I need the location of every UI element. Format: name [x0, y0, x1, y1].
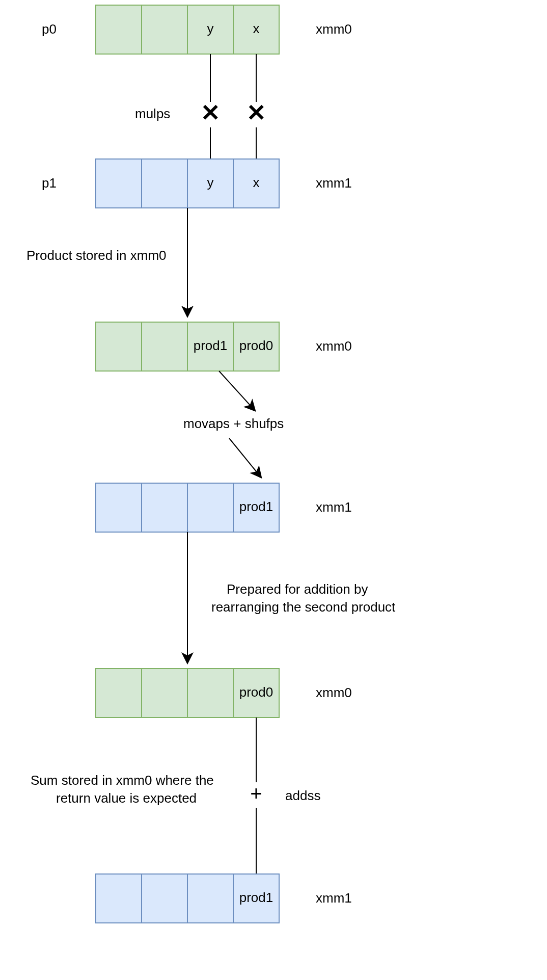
register-xmm1-prod1: prod1	[96, 483, 279, 532]
svg-rect-1	[142, 5, 187, 54]
right-label-xmm0: xmm0	[316, 685, 352, 700]
cell-label: prod1	[239, 499, 274, 514]
op-label-movaps-shufps: movaps + shufps	[183, 416, 284, 431]
svg-rect-17	[142, 669, 187, 718]
register-xmm1-final: prod1	[96, 874, 279, 923]
register-p0-xmm0: y x	[96, 5, 279, 54]
svg-rect-9	[142, 322, 187, 371]
plus-icon: +	[250, 782, 262, 805]
right-label-xmm0: xmm0	[316, 21, 352, 37]
svg-rect-22	[187, 874, 233, 923]
svg-rect-13	[142, 483, 187, 532]
note-sum-line2: return value is expected	[56, 790, 197, 806]
left-label-p0: p0	[42, 21, 57, 37]
cell-label: prod0	[239, 338, 274, 353]
cell-label: prod1	[194, 338, 228, 353]
svg-rect-4	[96, 159, 142, 208]
right-label-xmm0: xmm0	[316, 338, 352, 354]
right-label-xmm1: xmm1	[316, 175, 352, 191]
svg-rect-8	[96, 322, 142, 371]
note-product-stored: Product stored in xmm0	[26, 248, 167, 263]
svg-rect-12	[96, 483, 142, 532]
svg-rect-16	[96, 669, 142, 718]
right-label-xmm1: xmm1	[316, 890, 352, 906]
svg-rect-21	[142, 874, 187, 923]
multiply-icon: ✕	[247, 99, 266, 126]
arrow-diag	[229, 438, 261, 477]
cell-label: prod0	[239, 684, 274, 700]
svg-rect-0	[96, 5, 142, 54]
cell-label: y	[207, 21, 214, 36]
op-label-mulps: mulps	[135, 106, 170, 121]
svg-rect-5	[142, 159, 187, 208]
register-xmm0-prod0: prod0	[96, 669, 279, 718]
register-xmm0-products: prod1 prod0	[96, 322, 279, 371]
note-sum-line1: Sum stored in xmm0 where the	[31, 773, 214, 788]
register-p1-xmm1: y x	[96, 159, 279, 208]
note-prepared-line2: rearranging the second product	[211, 599, 396, 615]
cell-label: x	[253, 175, 260, 190]
svg-rect-18	[187, 669, 233, 718]
cell-label: prod1	[239, 890, 274, 905]
cell-label: y	[207, 175, 214, 190]
note-prepared-line1: Prepared for addition by	[227, 581, 368, 597]
multiply-icon: ✕	[201, 99, 221, 126]
right-label-xmm1: xmm1	[316, 499, 352, 515]
svg-rect-20	[96, 874, 142, 923]
cell-label: x	[253, 21, 260, 36]
op-label-addss: addss	[285, 788, 320, 803]
left-label-p1: p1	[42, 175, 57, 191]
arrow-diag	[219, 371, 255, 410]
svg-rect-14	[187, 483, 233, 532]
